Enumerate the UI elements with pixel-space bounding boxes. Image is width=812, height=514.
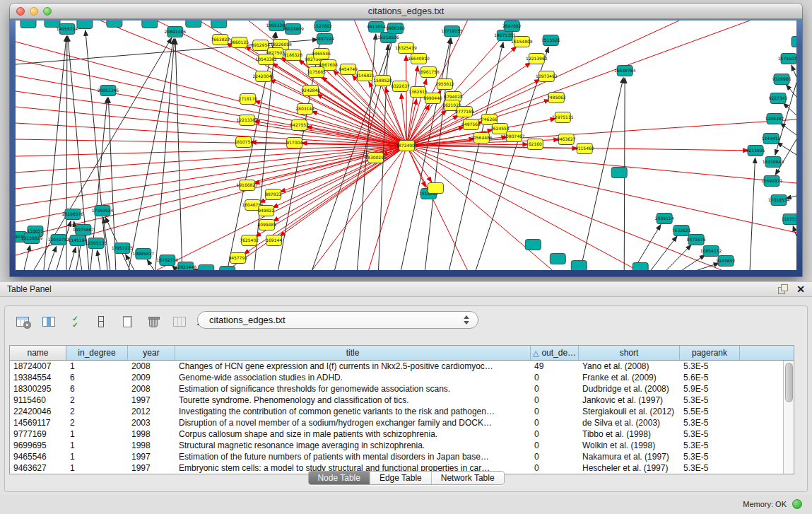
cell-pagerank[interactable]: 5.3E-5 xyxy=(680,395,740,406)
cell-year[interactable]: 1998 xyxy=(128,440,175,451)
cell-year[interactable]: 2012 xyxy=(128,406,175,417)
column-settings-button[interactable] xyxy=(13,313,32,331)
network-node[interactable]: 16640910 xyxy=(408,54,430,64)
network-node[interactable]: 8454749 xyxy=(339,64,358,75)
network-node[interactable] xyxy=(550,254,565,264)
column-header-name[interactable]: name xyxy=(10,346,66,360)
network-node[interactable]: 7955812 xyxy=(435,79,454,90)
network-node[interactable]: 1244413 xyxy=(762,134,781,144)
network-node[interactable]: 1167534 xyxy=(782,214,796,225)
network-node[interactable]: 9457791 xyxy=(228,253,247,264)
network-node[interactable]: 949822 xyxy=(258,206,274,216)
cell-pagerank[interactable]: 5.9E-5 xyxy=(680,383,740,395)
network-node[interactable]: 7625402 xyxy=(240,235,259,246)
network-node[interactable] xyxy=(792,37,796,47)
cell-pagerank[interactable]: 5.3E-5 xyxy=(680,451,740,462)
cell-pagerank[interactable]: 5.3E-5 xyxy=(680,428,740,440)
network-node[interactable]: 9242848 xyxy=(301,86,320,96)
cell-short[interactable]: Dudbridge et al. (2008) xyxy=(579,383,680,395)
network-node[interactable]: 16961758 xyxy=(418,67,440,78)
network-node[interactable]: 18300295 xyxy=(365,153,387,163)
checklist-button[interactable]: ✓✓ xyxy=(66,313,84,331)
network-node[interactable]: 16648784 xyxy=(614,66,636,76)
cell-year[interactable]: 1997 xyxy=(128,462,175,474)
cell-name[interactable]: 9777169 xyxy=(10,428,66,440)
citation-edge-black[interactable] xyxy=(24,245,30,270)
cell-short[interactable]: Franke et al. (2009) xyxy=(579,372,680,383)
network-node[interactable]: 8471676 xyxy=(687,235,706,245)
citation-edge-black[interactable] xyxy=(97,250,100,270)
show-columns-button[interactable] xyxy=(40,313,58,331)
cell-year[interactable]: 2008 xyxy=(128,383,175,395)
citation-edge-red[interactable] xyxy=(406,146,552,270)
citation-edge-red[interactable] xyxy=(100,21,407,146)
network-node[interactable]: 7857224 xyxy=(315,34,334,45)
network-canvas[interactable]: 1405572420691406106532871603380915276027… xyxy=(16,21,796,270)
network-node[interactable]: 16033809 xyxy=(282,24,304,35)
table-scrollbar[interactable] xyxy=(783,361,794,474)
citation-edge-red[interactable] xyxy=(273,146,407,208)
cell-out_de[interactable]: 49 xyxy=(531,361,579,372)
cell-in_degree[interactable]: 1 xyxy=(66,361,128,372)
memory-status-indicator[interactable] xyxy=(792,499,802,509)
network-node[interactable]: 10543382 xyxy=(255,54,277,65)
citation-edge-black[interactable] xyxy=(786,85,796,97)
citation-edge-red[interactable] xyxy=(406,146,796,233)
cell-title[interactable]: Genome-wide association studies in ADHD. xyxy=(175,372,531,383)
network-node[interactable]: 12975115 xyxy=(552,112,574,123)
cell-pagerank[interactable]: 5.5E-5 xyxy=(680,406,740,417)
network-node[interactable]: 20053346 xyxy=(98,86,119,96)
network-node[interactable]: 12213962 xyxy=(526,54,548,64)
cell-title[interactable]: Tourette syndrome. Phenomenology and cla… xyxy=(175,395,531,406)
network-node[interactable]: 17359924 xyxy=(92,206,114,216)
network-node[interactable]: 917004 xyxy=(286,138,302,148)
cell-title[interactable]: Disruption of a novel member of a sodium… xyxy=(175,417,531,428)
cell-in_degree[interactable]: 2 xyxy=(66,395,128,406)
network-node[interactable]: 8322037 xyxy=(391,81,410,92)
network-node[interactable]: 20691406 xyxy=(165,27,187,37)
cell-out_de[interactable]: 0 xyxy=(531,462,579,474)
citation-edge-black[interactable] xyxy=(750,158,755,270)
row-height-button[interactable] xyxy=(92,313,110,331)
citation-edge-red[interactable] xyxy=(406,55,407,146)
cell-in_degree[interactable]: 6 xyxy=(66,383,128,395)
cell-name[interactable]: 22420046 xyxy=(10,406,66,417)
tab-edge-table[interactable]: Edge Table xyxy=(370,472,432,484)
network-node[interactable]: 13156829 xyxy=(21,233,43,244)
network-node[interactable]: 10719155 xyxy=(441,26,463,37)
network-node[interactable]: 2718176 xyxy=(238,94,257,105)
network-node[interactable]: 15751074 xyxy=(778,54,796,64)
network-node[interactable]: 8427552 xyxy=(290,120,309,131)
cell-name[interactable]: 9463627 xyxy=(10,462,66,474)
cell-out_de[interactable]: 0 xyxy=(531,383,579,395)
cell-year[interactable]: 2003 xyxy=(128,417,175,428)
network-node[interactable]: 17957225 xyxy=(112,243,134,254)
cell-out_de[interactable]: 0 xyxy=(531,428,579,440)
tab-network-table[interactable]: Network Table xyxy=(432,472,504,484)
cell-out_de[interactable]: 0 xyxy=(531,406,579,417)
network-node[interactable]: 9860125 xyxy=(230,37,249,48)
cell-short[interactable]: Tibbo et al. (1998) xyxy=(579,428,680,440)
network-node[interactable]: 9465546 xyxy=(312,49,331,59)
close-window-button[interactable] xyxy=(16,7,25,16)
column-header-short[interactable]: short xyxy=(579,346,680,360)
network-node[interactable]: 6497568 xyxy=(461,119,481,130)
close-panel-icon[interactable]: ✕ xyxy=(796,284,805,294)
column-header-out_de[interactable]: △out_de… xyxy=(531,346,579,360)
network-node[interactable]: 10807467 xyxy=(503,132,525,142)
cell-year[interactable]: 1997 xyxy=(128,451,175,462)
network-node[interactable]: 1209387 xyxy=(765,114,784,124)
citation-edge-red[interactable] xyxy=(16,42,406,146)
table-row[interactable]: 2242004622012Investigating the contribut… xyxy=(10,406,794,417)
network-node[interactable]: 9115460 xyxy=(575,144,594,154)
network-node[interactable]: 10973493 xyxy=(536,71,558,82)
network-node[interactable]: 10854112 xyxy=(700,246,722,257)
citation-edge-red[interactable] xyxy=(406,146,722,270)
cell-in_degree[interactable]: 2 xyxy=(66,406,128,417)
cell-out_de[interactable]: 0 xyxy=(531,372,579,383)
network-node[interactable]: 1527602 xyxy=(313,21,332,32)
network-node[interactable] xyxy=(142,21,158,28)
cell-year[interactable]: 2008 xyxy=(128,361,175,372)
network-node[interactable]: 1810754 xyxy=(234,137,253,148)
citation-edge-black[interactable] xyxy=(175,39,182,270)
